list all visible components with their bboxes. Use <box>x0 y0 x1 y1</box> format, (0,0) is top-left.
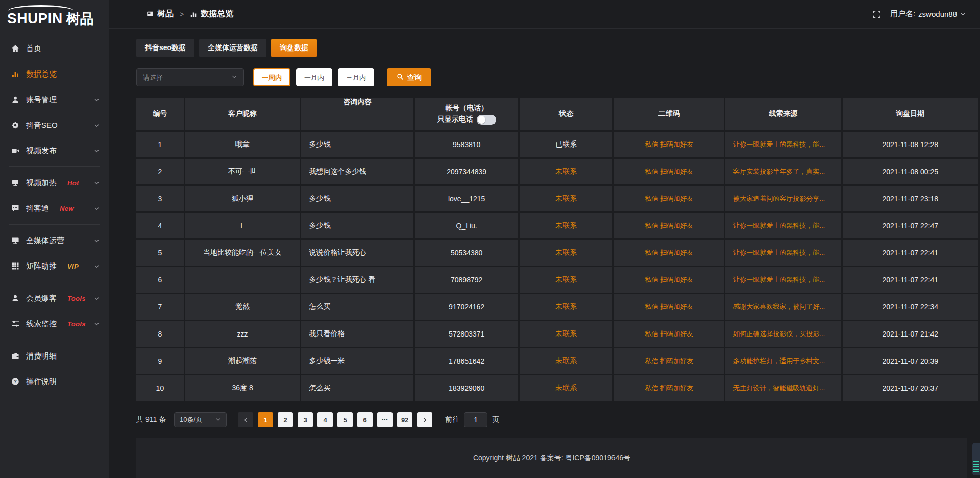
video-camera-icon <box>11 147 19 155</box>
source-link[interactable]: 让你一眼就爱上的黑科技，能... <box>725 132 841 157</box>
filter-bar: 请选择 一周内 一月内 三月内 查询 <box>136 68 967 86</box>
qr-links[interactable]: 私信 扫码加好友 <box>614 132 724 157</box>
breadcrumb-root[interactable]: 树品 <box>157 9 174 19</box>
sidebar-item-label: 会员爆客 <box>26 294 57 303</box>
browser-extension-widget[interactable] <box>972 443 980 475</box>
table-row: 4 L 多少钱 Q_Liu. 未联系 私信 扫码加好友 让你一眼就爱上的黑科技，… <box>136 213 967 238</box>
chevron-down-icon <box>94 179 100 187</box>
qr-links[interactable]: 私信 扫码加好友 <box>614 240 724 266</box>
qr-links[interactable]: 私信 扫码加好友 <box>614 375 724 401</box>
qr-links[interactable]: 私信 扫码加好友 <box>614 186 724 211</box>
sidebar-item-instructions[interactable]: ? 操作说明 <box>0 369 109 394</box>
cell-date: 2021-11-07 22:41 <box>843 267 978 293</box>
tab-inquiry-data[interactable]: 询盘数据 <box>271 39 317 57</box>
next-page-button[interactable] <box>417 412 432 427</box>
cell-date: 2021-11-07 22:34 <box>843 294 978 320</box>
page-button[interactable]: 1 <box>258 412 273 427</box>
sidebar-item-media-operation[interactable]: 全媒体运营 <box>0 228 109 253</box>
source-link[interactable]: 如何正确选择投影仪，买投影... <box>725 321 841 347</box>
goto-page-input[interactable] <box>464 412 487 427</box>
menu-divider <box>9 224 100 225</box>
col-header-content: 咨询内容 <box>301 98 413 130</box>
fullscreen-icon[interactable] <box>873 10 881 18</box>
chevron-down-icon <box>960 10 966 18</box>
source-link[interactable]: 无主灯设计，智能磁吸轨道灯... <box>725 375 841 401</box>
account-select[interactable]: 请选择 <box>136 68 244 86</box>
more-pages-button[interactable]: ••• <box>377 412 393 427</box>
chevron-down-icon <box>94 262 100 271</box>
logo-text-cn: 树品 <box>66 10 94 28</box>
page-button[interactable]: 4 <box>317 412 333 427</box>
sidebar-item-member-burst[interactable]: 会员爆客 Tools <box>0 285 109 311</box>
cell-id: 8 <box>136 321 184 347</box>
user-menu[interactable]: 用户名: zswodun88 <box>890 9 966 19</box>
cell-content: 我想问这个多少钱 <box>301 159 413 184</box>
page-button[interactable]: 5 <box>337 412 353 427</box>
total-count: 共 911 条 <box>136 415 166 424</box>
qr-links[interactable]: 私信 扫码加好友 <box>614 213 724 238</box>
sidebar-item-video-publish[interactable]: 视频发布 <box>0 138 109 163</box>
status-cell: 未联系 <box>520 267 612 293</box>
period-one-week-button[interactable]: 一周内 <box>253 68 290 86</box>
grid-icon <box>11 262 19 270</box>
tab-douyin-seo-data[interactable]: 抖音seo数据 <box>136 39 194 57</box>
search-button-label: 查询 <box>407 73 422 82</box>
sidebar-item-matrix-boost[interactable]: 矩阵助推 VIP <box>0 253 109 279</box>
qr-links[interactable]: 私信 扫码加好友 <box>614 321 724 347</box>
cell-account: 50534380 <box>415 240 518 266</box>
tools-badge: Tools <box>67 320 86 328</box>
source-link[interactable]: 多功能护栏灯，适用于乡村文... <box>725 348 841 374</box>
sidebar-item-label: 首页 <box>26 44 41 54</box>
page-button[interactable]: 2 <box>278 412 293 427</box>
qr-links[interactable]: 私信 扫码加好友 <box>614 267 724 293</box>
cell-nickname: 潮起潮落 <box>185 348 300 374</box>
sidebar-item-video-heating[interactable]: 视频加热 Hot <box>0 170 109 196</box>
source-link[interactable]: 客厅安装投影半年多了，真实... <box>725 159 841 184</box>
select-placeholder: 请选择 <box>143 73 163 82</box>
prev-page-button[interactable] <box>238 412 253 427</box>
chat-bubble-icon <box>11 204 19 212</box>
topbar: 树品 > 数据总览 用户名: zswodun88 <box>109 0 980 29</box>
sidebar-item-lead-monitor[interactable]: 线索监控 Tools <box>0 311 109 337</box>
phone-only-toggle[interactable] <box>477 115 496 125</box>
cell-id: 4 <box>136 213 184 238</box>
goto-unit: 页 <box>492 415 499 424</box>
sidebar-item-data-overview[interactable]: 数据总览 <box>0 61 109 87</box>
period-three-months-button[interactable]: 三月内 <box>338 68 374 86</box>
period-one-month-button[interactable]: 一月内 <box>296 68 332 86</box>
source-link[interactable]: 让你一眼就爱上的黑科技，能... <box>725 267 841 293</box>
col-header-id: 编号 <box>136 98 184 130</box>
page-button[interactable]: 6 <box>357 412 373 427</box>
sidebar-item-doukeTong[interactable]: 抖客通 New <box>0 196 109 221</box>
chevron-down-icon <box>94 204 100 213</box>
source-link[interactable]: 感谢大家喜欢我家，被问了好... <box>725 294 841 320</box>
page-size-value: 10条/页 <box>180 415 202 424</box>
cell-id: 2 <box>136 159 184 184</box>
qr-links[interactable]: 私信 扫码加好友 <box>614 294 724 320</box>
sidebar-item-douyin-seo[interactable]: 抖音SEO <box>0 112 109 138</box>
source-link[interactable]: 被大家追着问的客厅投影分享... <box>725 186 841 211</box>
cell-id: 5 <box>136 240 184 266</box>
page-size-select[interactable]: 10条/页 <box>174 412 227 427</box>
col-header-qr: 二维码 <box>614 98 724 130</box>
chevron-down-icon <box>94 294 100 303</box>
qr-links[interactable]: 私信 扫码加好友 <box>614 159 724 184</box>
period-filter-group: 一周内 一月内 三月内 <box>253 68 374 86</box>
table-row: 9 潮起潮落 多少钱一米 178651642 未联系 私信 扫码加好友 多功能护… <box>136 348 967 374</box>
sidebar-item-expense-detail[interactable]: 消费明细 <box>0 343 109 369</box>
cell-nickname: 36度 8 <box>185 375 300 401</box>
cell-content: 怎么买 <box>301 294 413 320</box>
search-button[interactable]: 查询 <box>387 68 431 86</box>
sidebar-item-label: 全媒体运营 <box>26 236 64 246</box>
status-cell: 未联系 <box>520 348 612 374</box>
cell-id: 6 <box>136 267 184 293</box>
sidebar-item-home[interactable]: 首页 <box>0 36 109 61</box>
source-link[interactable]: 让你一眼就爱上的黑科技，能... <box>725 240 841 266</box>
source-link[interactable]: 让你一眼就爱上的黑科技，能... <box>725 213 841 238</box>
pagination: 共 911 条 10条/页 1 2 3 4 5 6 ••• 92 前往 页 <box>136 412 967 427</box>
qr-links[interactable]: 私信 扫码加好友 <box>614 348 724 374</box>
tab-media-operation-data[interactable]: 全媒体运营数据 <box>199 39 266 57</box>
page-button[interactable]: 3 <box>298 412 313 427</box>
page-button[interactable]: 92 <box>397 412 412 427</box>
sidebar-item-account-management[interactable]: 账号管理 <box>0 87 109 112</box>
